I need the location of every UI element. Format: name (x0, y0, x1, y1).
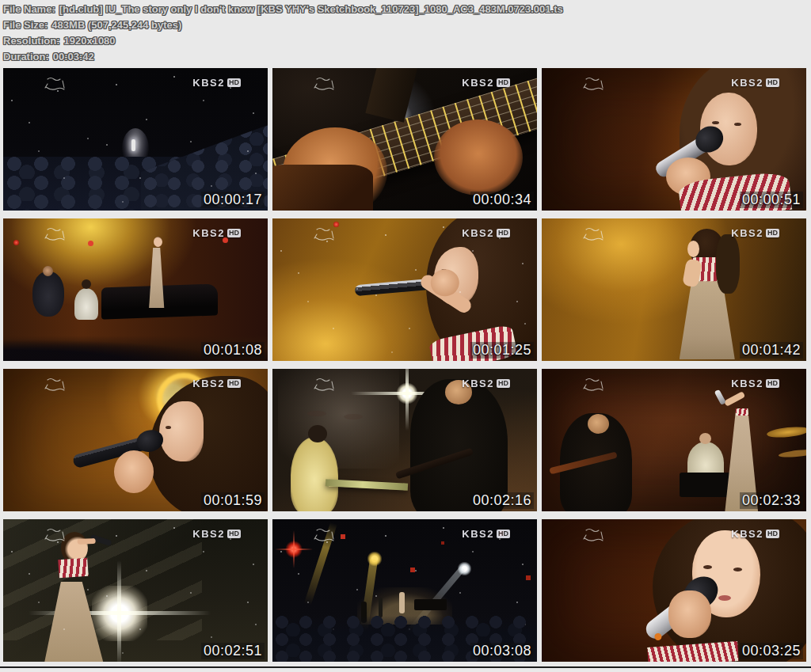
timestamp-overlay: 00:01:25 (470, 342, 534, 359)
star-speckles (280, 250, 282, 252)
timestamp-overlay: 00:03:08 (470, 643, 534, 659)
timestamp-overlay: 00:01:42 (740, 342, 803, 359)
scene-shape (58, 558, 88, 579)
scene-shape (159, 401, 204, 461)
timestamp-overlay: 00:00:17 (201, 192, 265, 208)
kbs2-logo-text: KBS2 (731, 528, 763, 540)
scene-shape (724, 391, 746, 407)
video-thumbnail: KBS2 HD 00:03:25 (542, 519, 806, 662)
scene-shape (40, 532, 109, 662)
kbs2-logo-text: KBS2 (462, 77, 494, 89)
video-thumbnail: KBS2 HD 00:02:16 (272, 369, 537, 511)
resolution-line: Resolution:1920x1080 (3, 33, 563, 49)
hd-badge: HD (497, 229, 510, 237)
scene-shape (647, 641, 738, 662)
sketchbook-watermark-icon (307, 376, 339, 398)
hd-badge: HD (766, 379, 779, 388)
kbs2-hd-logo: KBS2 HD (462, 378, 510, 389)
video-thumbnail: KBS2 HD 00:01:59 (3, 369, 268, 511)
file-size-value: 483MB (507,245,244 bytes) (51, 19, 181, 31)
timestamp-overlay: 00:02:16 (470, 492, 534, 509)
file-name-label: File Name: (3, 3, 55, 15)
sketchbook-watermark-icon (577, 376, 608, 398)
kbs2-hd-logo: KBS2 HD (192, 528, 241, 540)
duration-value: 00:03:42 (53, 51, 94, 63)
sketchbook-watermark-icon (307, 226, 339, 248)
hd-badge: HD (766, 530, 779, 538)
scene-shape (13, 240, 19, 245)
sketchbook-watermark-icon (577, 226, 608, 248)
timestamp-overlay: 00:03:25 (740, 643, 803, 659)
timestamp-overlay: 00:02:51 (201, 643, 265, 659)
bottom-divider (0, 666, 811, 668)
duration-label: Duration: (3, 51, 49, 63)
scene-shape (410, 379, 508, 511)
kbs2-logo-text: KBS2 (462, 227, 494, 239)
sketchbook-watermark-icon (38, 75, 70, 97)
hd-badge: HD (227, 379, 241, 388)
thumbnail-grid: KBS2 HD 00:00:17 KBS2 HD 00:00:34 (3, 68, 806, 662)
scene-shape (357, 587, 452, 625)
hd-badge: HD (766, 78, 779, 87)
scene-shape (285, 541, 303, 558)
scene-shape (397, 383, 417, 404)
hd-badge: HD (227, 530, 241, 538)
kbs2-hd-logo: KBS2 HD (731, 77, 779, 89)
scene-shape (32, 271, 64, 317)
kbs2-logo-text: KBS2 (192, 227, 225, 239)
scene-shape (291, 437, 338, 511)
sketchbook-watermark-icon (577, 75, 608, 97)
hd-badge: HD (227, 78, 241, 87)
video-thumbnail: KBS2 HD 00:01:08 (3, 218, 268, 361)
kbs2-logo-text: KBS2 (192, 77, 225, 89)
video-thumbnail: KBS2 HD 00:00:17 (3, 68, 268, 211)
sketchbook-watermark-icon (38, 226, 70, 248)
scene-shape (434, 120, 523, 196)
timestamp-overlay: 00:00:51 (740, 192, 803, 208)
scene-shape (131, 139, 135, 151)
video-thumbnail: KBS2 HD 00:01:42 (542, 218, 806, 361)
hd-badge: HD (497, 78, 510, 87)
sketchbook-watermark-icon (307, 526, 339, 549)
kbs2-logo-text: KBS2 (462, 528, 494, 540)
kbs2-logo-text: KBS2 (731, 378, 763, 389)
video-thumbnail: KBS2 HD 00:00:51 (542, 68, 806, 211)
timestamp-overlay: 00:01:08 (201, 342, 265, 359)
scene-shape (458, 562, 471, 575)
scene-shape (145, 237, 169, 354)
resolution-label: Resolution: (3, 35, 60, 47)
kbs2-hd-logo: KBS2 HD (192, 77, 241, 89)
kbs2-logo-text: KBS2 (462, 378, 494, 389)
hd-badge: HD (227, 229, 241, 237)
scene-shape (114, 450, 154, 493)
video-thumbnail: KBS2 HD 00:03:08 (272, 519, 537, 662)
hd-badge: HD (766, 229, 779, 237)
sketchbook-watermark-icon (307, 75, 339, 97)
kbs2-logo-text: KBS2 (731, 227, 763, 239)
kbs2-logo-text: KBS2 (731, 77, 763, 89)
kbs2-hd-logo: KBS2 HD (192, 378, 241, 389)
kbs2-logo-text: KBS2 (192, 528, 225, 540)
sketchbook-watermark-icon (577, 526, 608, 549)
kbs2-hd-logo: KBS2 HD (462, 77, 510, 89)
video-contact-sheet: File Name:[hd.club] IU_The story only I … (0, 0, 811, 672)
hd-badge: HD (497, 379, 510, 388)
video-thumbnail: KBS2 HD 00:02:51 (3, 519, 268, 662)
scene-shape (272, 165, 373, 211)
resolution-value: 1920x1080 (64, 35, 116, 47)
file-size-line: File Size:483MB (507,245,244 bytes) (3, 17, 563, 33)
timestamp-overlay: 00:02:33 (740, 492, 803, 509)
kbs2-logo-text: KBS2 (192, 378, 225, 389)
star-speckles (280, 551, 282, 552)
scene-shape (560, 413, 631, 511)
star-speckles (11, 100, 13, 101)
scene-shape (687, 442, 725, 484)
scene-shape (367, 552, 382, 566)
video-thumbnail: KBS2 HD 00:00:34 (272, 68, 537, 211)
kbs2-hd-logo: KBS2 HD (731, 378, 779, 389)
timestamp-overlay: 00:01:59 (201, 492, 265, 509)
file-metadata-header: File Name:[hd.club] IU_The story only I … (3, 2, 563, 65)
file-name-line: File Name:[hd.club] IU_The story only I … (3, 2, 563, 17)
timestamp-overlay: 00:00:34 (470, 192, 534, 208)
scene-shape (716, 234, 740, 294)
